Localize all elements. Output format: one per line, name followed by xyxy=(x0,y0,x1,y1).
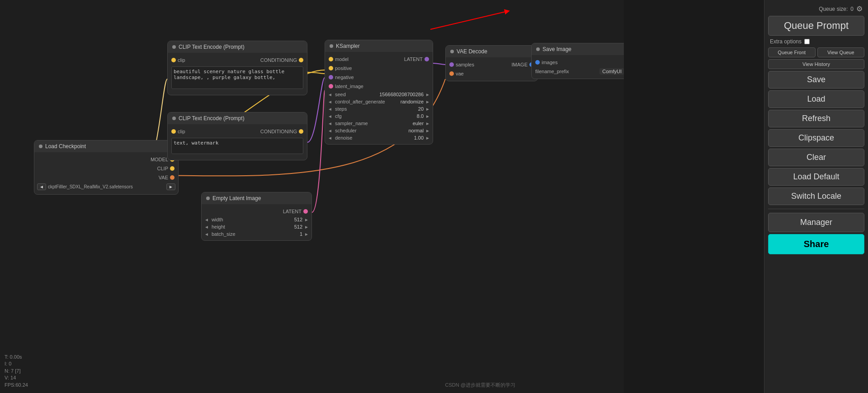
node-vae-decode-body: samples IMAGE vae xyxy=(446,57,538,81)
node-save-image-body: images filename_prefix ComfyUI xyxy=(532,55,624,79)
ks-steps-right[interactable]: ► xyxy=(425,107,431,112)
el-height-right[interactable]: ► xyxy=(303,225,310,229)
node-status-dot-si xyxy=(536,47,540,51)
node-output-clip: CLIP xyxy=(34,164,178,173)
ks-positive-dot xyxy=(329,66,333,70)
ks-port-model: model LATENT xyxy=(325,55,433,64)
ks-cfg-label: cfg xyxy=(334,113,396,119)
ks-denoise-value: 1.00 xyxy=(396,135,424,140)
ks-sampler-right[interactable]: ► xyxy=(425,121,431,126)
manager-button[interactable]: Manager xyxy=(768,213,864,232)
ks-steps-left[interactable]: ◄ xyxy=(327,107,333,112)
load-button[interactable]: Load xyxy=(768,90,864,108)
ks-scheduler-right[interactable]: ► xyxy=(425,128,431,133)
port-conditioning-pos: CONDITIONING xyxy=(260,57,303,63)
si-images-label: images xyxy=(542,60,557,65)
status-i: I: 0 xyxy=(5,360,28,367)
el-batch-left[interactable]: ◄ xyxy=(203,232,210,237)
clip-in-neg-dot xyxy=(171,129,176,134)
ks-port-latent: latent_image xyxy=(325,82,433,91)
ks-in-model: model xyxy=(329,56,349,62)
gear-icon[interactable]: ⚙ xyxy=(856,5,863,13)
el-width-value: 512 xyxy=(275,217,302,222)
el-width-right[interactable]: ► xyxy=(303,217,310,222)
node-save-image-title: Save Image xyxy=(542,46,571,52)
si-in-images: images xyxy=(535,60,557,65)
node-ksampler-title: KSampler xyxy=(336,43,360,49)
el-width-left[interactable]: ◄ xyxy=(203,217,210,222)
checkpoint-right-arrow[interactable]: ► xyxy=(166,183,175,190)
ks-scheduler-value: normal xyxy=(396,128,424,133)
node-status-dot-vae xyxy=(450,50,454,53)
el-batch-right[interactable]: ► xyxy=(303,232,310,237)
node-empty-latent-body: LATENT ◄ width 512 ► ◄ height 512 ► ◄ ba… xyxy=(202,204,311,240)
svg-line-0 xyxy=(430,11,507,29)
view-queue-button[interactable]: View Queue xyxy=(817,47,865,57)
switch-locale-button[interactable]: Switch Locale xyxy=(768,187,864,205)
ks-sampler-left[interactable]: ◄ xyxy=(327,121,333,126)
clip-negative-text[interactable]: text, watermark xyxy=(171,138,303,154)
save-image-port-row: images xyxy=(532,58,624,67)
ks-latent-label: LATENT xyxy=(404,56,423,62)
clip-in-neg-label: clip xyxy=(178,129,185,134)
extra-options-label: Extra options xyxy=(770,38,802,45)
ks-denoise-right[interactable]: ► xyxy=(425,136,431,140)
checkpoint-filename: ckptFilller_SDXL_RealMix_V2.safetensors xyxy=(48,184,165,189)
clipspace-button[interactable]: Clipspace xyxy=(768,129,864,147)
ks-seed-right[interactable]: ► xyxy=(425,92,431,97)
port-clip-in-neg: clip xyxy=(171,129,185,134)
save-button[interactable]: Save xyxy=(768,71,864,89)
ks-scheduler-left[interactable]: ◄ xyxy=(327,128,333,133)
ks-denoise-row: ◄ denoise 1.00 ► xyxy=(325,134,433,141)
clip-in-pos-dot xyxy=(171,58,176,62)
ks-cfg-left[interactable]: ◄ xyxy=(327,114,333,119)
ks-negative-label: negative xyxy=(335,75,354,80)
ks-control-right[interactable]: ► xyxy=(425,99,431,104)
clear-button[interactable]: Clear xyxy=(768,149,864,166)
ks-in-negative: negative xyxy=(329,75,354,80)
ks-cfg-right[interactable]: ► xyxy=(425,114,431,119)
watermark: CSDN @进步就需要不断的学习 xyxy=(445,382,515,388)
ks-seed-value: 1566680208700286 xyxy=(379,92,424,97)
ks-control-left[interactable]: ◄ xyxy=(327,99,333,104)
ks-in-positive: positive xyxy=(329,66,352,71)
annotation-arrow xyxy=(426,7,516,34)
ks-negative-dot xyxy=(329,75,333,80)
queue-front-button[interactable]: Queue Front xyxy=(768,47,816,57)
port-clip-out: CLIP xyxy=(157,166,175,171)
si-prefix-value: ComfyUI xyxy=(599,68,624,75)
ks-seed-left[interactable]: ◄ xyxy=(327,92,333,97)
ks-denoise-left[interactable]: ◄ xyxy=(327,136,333,140)
el-latent-dot xyxy=(303,209,308,214)
node-empty-latent: Empty Latent Image LATENT ◄ width 512 ► … xyxy=(201,192,312,241)
queue-prompt-button[interactable]: Queue Prompt xyxy=(768,16,864,36)
port-clip-dot xyxy=(170,166,175,171)
clip-positive-text[interactable]: beautiful scenery nature glass bottle la… xyxy=(171,66,303,89)
ks-out-latent: LATENT xyxy=(404,56,429,62)
node-clip-positive-title: CLIP Text Encode (Prompt) xyxy=(179,44,245,50)
refresh-button[interactable]: Refresh xyxy=(768,110,864,127)
port-vae-dot xyxy=(170,175,175,180)
el-height-left[interactable]: ◄ xyxy=(203,225,210,229)
port-clip-label: CLIP xyxy=(157,166,168,171)
share-button[interactable]: Share xyxy=(768,234,864,254)
ks-steps-label: steps xyxy=(334,106,396,112)
node-status-dot-pos xyxy=(172,45,176,49)
node-vae-decode: VAE Decode samples IMAGE vae xyxy=(445,45,538,81)
canvas-area[interactable]: Load Checkpoint MODEL CLIP VAE xyxy=(0,0,624,393)
node-ksampler: KSampler model LATENT positive xyxy=(325,40,433,145)
view-history-button[interactable]: View History xyxy=(768,59,864,69)
status-t: T: 0.00s xyxy=(5,354,28,360)
load-default-button[interactable]: Load Default xyxy=(768,168,864,186)
el-height-label: height xyxy=(211,224,274,229)
checkpoint-left-arrow[interactable]: ◄ xyxy=(37,183,46,190)
vae-samples-dot xyxy=(449,62,454,67)
port-vae-label: VAE xyxy=(159,175,168,180)
extra-options-checkbox[interactable] xyxy=(804,39,810,44)
vae-in-vae: vae xyxy=(449,71,464,76)
node-status-dot-neg xyxy=(172,117,176,120)
node-load-checkpoint-body: MODEL CLIP VAE ◄ ckptFilll xyxy=(34,152,178,194)
node-status-dot xyxy=(39,145,42,148)
vae-image-label: IMAGE xyxy=(512,62,528,67)
vae-vae-label: vae xyxy=(456,71,464,76)
